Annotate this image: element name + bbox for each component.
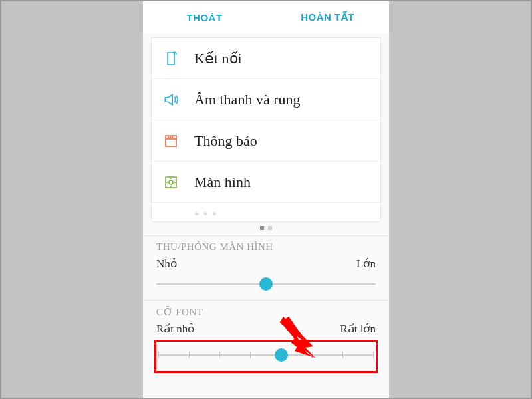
zoom-slider-group: Nhỏ Lớn <box>156 257 376 300</box>
section-title: THU/PHÓNG MÀN HÌNH <box>156 241 376 253</box>
list-item-label: Âm thanh và rung <box>194 91 300 108</box>
phone-screen: THOÁT HOÀN TẤT Kết nối <box>143 1 389 398</box>
svg-point-2 <box>168 136 168 137</box>
slider-max-label: Lớn <box>356 257 376 271</box>
display-icon <box>161 172 181 192</box>
font-slider[interactable] <box>158 346 374 364</box>
list-item-label: Màn hình <box>194 174 251 191</box>
svg-point-6 <box>169 180 173 184</box>
list-item-display[interactable]: Màn hình <box>152 162 380 203</box>
font-slider-group: Rất nhỏ Rất lớn <box>156 322 376 380</box>
cancel-button[interactable]: THOÁT <box>143 1 266 33</box>
list-item-sound[interactable]: Âm thanh và rung <box>152 79 380 120</box>
screenshot-frame: THOÁT HOÀN TẤT Kết nối <box>0 0 532 399</box>
slider-min-label: Nhỏ <box>156 257 177 271</box>
svg-point-3 <box>170 136 170 137</box>
list-item-label: Thông báo <box>194 132 257 150</box>
connection-icon <box>161 49 181 68</box>
unknown-icon <box>161 205 181 221</box>
section-title: CỠ FONT <box>156 306 376 318</box>
slider-thumb[interactable] <box>259 277 273 291</box>
dialog-header: THOÁT HOÀN TẤT <box>143 1 389 33</box>
notification-icon <box>161 131 181 151</box>
screen-zoom-section: THU/PHÓNG MÀN HÌNH Nhỏ Lớn <box>143 235 389 300</box>
list-item-notification[interactable]: Thông báo <box>152 120 380 162</box>
pager-dot-active <box>260 226 264 230</box>
pager-dot <box>268 226 272 230</box>
list-item-partial[interactable]: • • • <box>152 203 380 221</box>
svg-point-4 <box>172 136 172 137</box>
font-size-section: CỠ FONT Rất nhỏ Rất lớn <box>143 300 389 380</box>
list-item-connection[interactable]: Kết nối <box>152 38 380 79</box>
page-indicator <box>143 222 389 235</box>
slider-min-label: Rất nhỏ <box>156 322 194 336</box>
slider-thumb[interactable] <box>275 348 288 362</box>
list-item-label: • • • <box>194 205 217 221</box>
list-item-label: Kết nối <box>194 50 242 67</box>
settings-preview-card: Kết nối Âm thanh và rung <box>151 37 381 222</box>
sound-icon <box>161 90 181 110</box>
zoom-slider[interactable] <box>156 275 376 293</box>
red-highlight-box <box>154 340 378 373</box>
done-button[interactable]: HOÀN TẤT <box>266 1 389 33</box>
slider-ticks <box>158 352 374 358</box>
slider-max-label: Rất lớn <box>340 322 376 336</box>
